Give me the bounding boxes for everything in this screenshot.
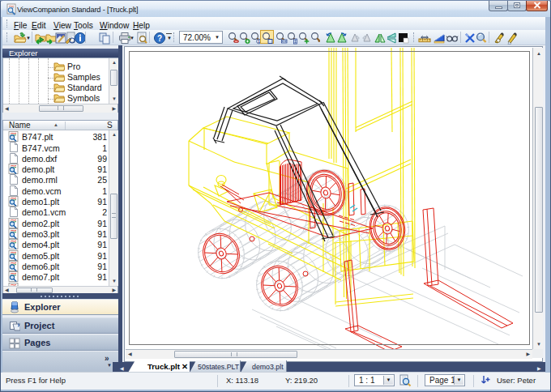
svg-text:?: ? (157, 34, 162, 43)
